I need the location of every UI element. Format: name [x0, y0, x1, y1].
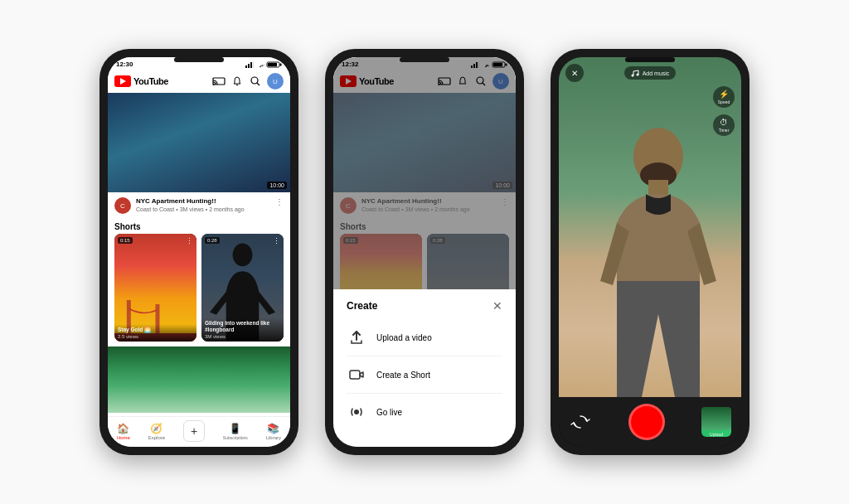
shorts-label-1: Shorts: [108, 219, 290, 234]
user-avatar-1[interactable]: U: [267, 73, 284, 90]
modal-close-btn[interactable]: ✕: [492, 299, 502, 313]
phone-1: 12:30 YouTube: [99, 49, 298, 455]
short-views-2: 3M views: [205, 334, 280, 339]
svg-rect-0: [245, 65, 247, 68]
short-info-1: Stay Gold 🌅 2.5 views: [114, 324, 196, 342]
video-info-1: C NYC Apartment Hunting!! Coast to Coast…: [108, 192, 290, 219]
svg-rect-8: [213, 78, 225, 85]
svg-rect-32: [648, 180, 668, 195]
short-duration-2: 0:28: [205, 237, 220, 244]
short-more-1[interactable]: ⋮: [186, 237, 193, 245]
svg-rect-7: [280, 63, 282, 65]
upload-label: Upload: [710, 432, 723, 437]
modal-live-label: Go live: [376, 408, 402, 417]
speed-icon: ⚡: [719, 90, 729, 99]
short-info-2: Gliding into weekend like #longboard 3M …: [201, 317, 284, 342]
modal-item-live[interactable]: Go live: [347, 394, 502, 430]
short-title-2: Gliding into weekend like #longboard: [205, 320, 280, 333]
youtube-logo: YouTube: [114, 75, 168, 87]
record-button[interactable]: [628, 404, 665, 440]
shorts-camera-icon: [347, 365, 366, 385]
svg-rect-28: [350, 371, 360, 379]
short-card-1[interactable]: 0:15 ⋮ Stay Gold 🌅 2.5 views: [114, 234, 196, 342]
video-thumbnail-1[interactable]: 10:00: [108, 93, 290, 192]
phone-2: 12:32 YouTube: [325, 49, 524, 455]
video-more-btn-1[interactable]: ⋮: [275, 197, 284, 214]
flip-icon: [571, 413, 589, 431]
video-duration-1: 10:00: [267, 182, 287, 189]
music-icon: [631, 69, 639, 77]
flip-camera-btn[interactable]: [569, 410, 592, 434]
live-icon: [347, 402, 366, 422]
signal-icon: [245, 61, 254, 68]
short-views-1: 2.5 views: [118, 334, 193, 339]
short-duration-1: 0:15: [118, 237, 133, 244]
svg-point-4: [260, 65, 261, 67]
nav-home[interactable]: 🏠 Home: [117, 423, 130, 440]
search-icon[interactable]: [249, 75, 262, 88]
main-container: 12:30 YouTube: [0, 0, 849, 504]
library-icon: 📚: [267, 423, 279, 434]
nav-create[interactable]: +: [183, 420, 205, 442]
modal-item-upload[interactable]: Upload a video: [347, 319, 502, 356]
status-icons-1: [245, 61, 282, 68]
nav-home-label: Home: [117, 435, 130, 440]
upload-thumbnail[interactable]: Upload: [701, 407, 731, 437]
svg-rect-6: [268, 63, 277, 66]
svg-point-33: [631, 75, 633, 77]
phone-3: ✕ Add music ⚡ Speed ⏱ Timer: [551, 49, 750, 455]
camera-right-controls: ⚡ Speed ⏱ Timer: [713, 86, 735, 136]
yt-logo-icon: [114, 75, 131, 87]
modal-short-label: Create a Short: [376, 371, 430, 380]
nav-explore[interactable]: 🧭 Explore: [148, 423, 165, 440]
nav-explore-label: Explore: [148, 435, 165, 440]
nav-library[interactable]: 📚 Library: [266, 423, 281, 440]
yt-nav-icons: U: [212, 73, 284, 90]
yt-logo-text: YouTube: [133, 76, 168, 86]
timer-btn[interactable]: ⏱ Timer: [713, 114, 735, 136]
nav-subscriptions[interactable]: 📱 Subscriptions: [223, 423, 248, 440]
svg-rect-1: [248, 64, 250, 68]
bell-icon[interactable]: [230, 75, 244, 88]
landscape-thumb-1[interactable]: [108, 346, 290, 413]
channel-avatar-1: C: [114, 197, 131, 214]
shorts-row-1: 0:15 ⋮ Stay Gold 🌅 2.5 views: [108, 234, 290, 346]
svg-point-9: [213, 84, 215, 85]
upload-icon: [347, 327, 366, 347]
create-modal: Create ✕ Upload a video: [333, 289, 516, 447]
add-music-label: Add music: [643, 70, 670, 76]
svg-rect-2: [250, 62, 252, 68]
camera-bottom-bar: Upload: [559, 397, 741, 447]
camera-close-btn[interactable]: ✕: [565, 64, 584, 82]
modal-upload-label: Upload a video: [376, 333, 432, 342]
bottom-nav-1: 🏠 Home 🧭 Explore + 📱 Subscriptions 📚 Lib…: [108, 416, 290, 447]
short-title-1: Stay Gold 🌅: [118, 327, 193, 333]
timer-icon: ⏱: [720, 118, 728, 127]
video-channel-1: Coast to Coast • 3M views • 2 months ago: [136, 206, 270, 212]
wifi-icon: [256, 61, 264, 68]
video-title-1: NYC Apartment Hunting!!: [136, 197, 270, 206]
add-music-btn[interactable]: Add music: [624, 66, 677, 80]
nav-library-label: Library: [266, 435, 281, 440]
svg-line-11: [257, 83, 260, 85]
subscriptions-icon: 📱: [229, 423, 241, 434]
person-silhouette: [600, 115, 716, 397]
modal-header: Create ✕: [347, 299, 502, 313]
short-more-2[interactable]: ⋮: [273, 237, 280, 245]
yt-navbar-1: YouTube U: [108, 70, 290, 93]
short-card-2[interactable]: 0:28 ⋮ Gliding into weekend like #longbo…: [201, 234, 284, 342]
explore-icon: 🧭: [150, 423, 163, 434]
status-time-1: 12:30: [116, 61, 133, 68]
cast-icon[interactable]: [212, 75, 226, 88]
speed-btn[interactable]: ⚡ Speed: [713, 86, 735, 108]
svg-point-29: [354, 410, 359, 414]
nav-subscriptions-label: Subscriptions: [223, 435, 248, 440]
svg-rect-3: [253, 61, 254, 68]
modal-item-short[interactable]: Create a Short: [347, 356, 502, 394]
svg-point-15: [233, 244, 253, 267]
create-btn-icon[interactable]: +: [183, 420, 205, 442]
battery-icon: [267, 61, 282, 68]
speed-label: Speed: [718, 99, 730, 104]
video-meta-1: NYC Apartment Hunting!! Coast to Coast •…: [136, 197, 270, 214]
svg-point-10: [251, 77, 258, 84]
